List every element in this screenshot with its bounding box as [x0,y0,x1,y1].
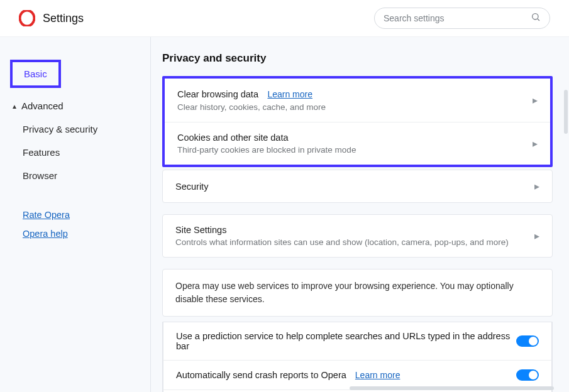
chevron-right-icon: ▸ [533,94,538,106]
row-site-settings[interactable]: Site Settings Controls what information … [163,215,552,257]
search-icon [531,12,541,24]
toggle-label: Use a prediction service to help complet… [176,331,510,351]
learn-more-link[interactable]: Learn more [355,370,401,380]
row-cookies[interactable]: Cookies and other site data Third-party … [165,122,550,165]
caret-up-icon: ▴ [13,102,16,111]
row-security[interactable]: Security ▸ [163,170,552,202]
sidebar-item-privacy[interactable]: Privacy & security [0,117,150,141]
content-area: Privacy and security Clear browsing data… [151,37,569,392]
section-heading: Privacy and security [162,52,553,65]
toggle-label: Automatically send crash reports to Oper… [176,370,346,380]
learn-more-link[interactable]: Learn more [267,89,312,99]
sidebar-item-features[interactable]: Features [0,141,150,164]
opera-logo-icon [19,10,35,26]
toggle-switch[interactable] [516,335,539,347]
rate-opera-link[interactable]: Rate Opera [23,210,150,220]
chevron-right-icon: ▸ [533,138,538,150]
toggle-prediction-service: Use a prediction service to help complet… [163,322,552,361]
row-subtitle: Third-party cookies are blocked in priva… [177,145,525,155]
page-title: Settings [43,12,84,25]
svg-line-2 [538,19,539,21]
row-subtitle: Clear history, cookies, cache, and more [177,102,525,112]
chevron-right-icon: ▸ [534,230,539,242]
sidebar-item-browser[interactable]: Browser [0,164,150,187]
info-text: Opera may use web services to improve yo… [162,269,553,317]
row-title: Cookies and other site data [177,133,525,143]
sidebar: Basic ▴ Advanced Privacy & security Feat… [0,37,151,392]
svg-point-1 [533,14,538,19]
search-input[interactable] [384,13,531,23]
row-title: Site Settings [175,225,527,235]
sidebar-advanced-label: Advanced [21,101,64,111]
sidebar-item-basic[interactable]: Basic [10,60,61,88]
row-title: Security [175,182,527,192]
header: Settings [0,0,569,37]
row-title: Clear browsing data [177,89,258,99]
chevron-right-icon: ▸ [534,180,539,192]
scrollbar-vertical[interactable] [564,90,568,134]
opera-help-link[interactable]: Opera help [23,229,150,239]
highlighted-group: Clear browsing data Learn more Clear his… [162,76,553,167]
row-clear-browsing-data[interactable]: Clear browsing data Learn more Clear his… [165,79,550,122]
svg-point-0 [20,11,35,26]
sidebar-item-advanced[interactable]: ▴ Advanced [0,94,150,117]
search-container[interactable] [374,8,550,29]
toggle-crash-reports: Automatically send crash reports to Oper… [163,361,552,390]
row-subtitle: Controls what information sites can use … [175,237,527,247]
toggle-switch[interactable] [516,369,539,381]
scrollbar-horizontal[interactable] [350,386,554,390]
